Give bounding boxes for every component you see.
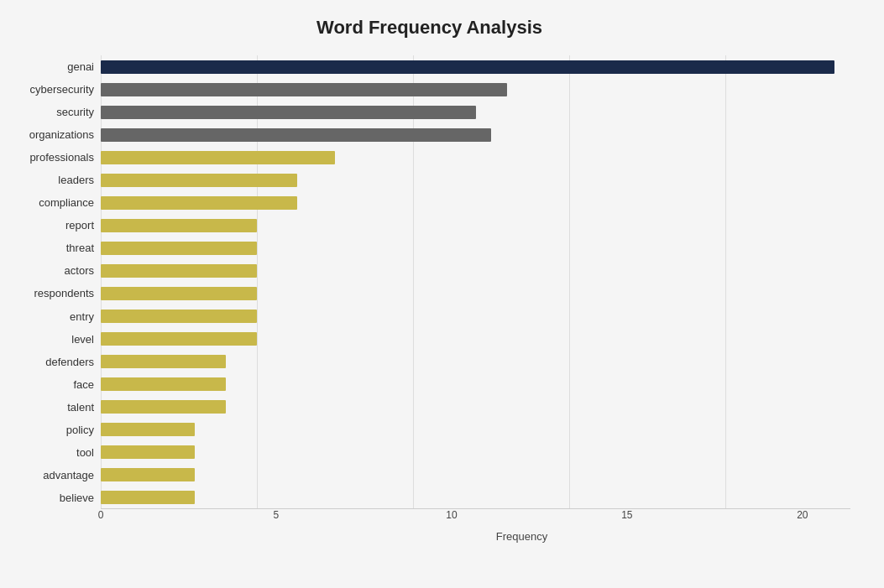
- x-tick-label: 10: [446, 509, 457, 521]
- bar-row: [101, 127, 850, 143]
- y-label: professionals: [29, 149, 94, 166]
- x-tick-label: 0: [98, 509, 104, 521]
- bar: [101, 60, 834, 74]
- grid-line: [101, 55, 102, 509]
- y-label: leaders: [58, 172, 94, 189]
- y-label: actors: [65, 263, 94, 279]
- y-label: policy: [66, 421, 94, 438]
- y-label: genai: [67, 59, 94, 75]
- y-label: entry: [70, 308, 94, 325]
- bar-row: [101, 104, 850, 121]
- bar: [101, 196, 297, 210]
- bar: [101, 151, 335, 164]
- y-label: believe: [60, 489, 94, 506]
- grid-line: [725, 55, 726, 509]
- y-label: defenders: [45, 353, 94, 370]
- bar: [101, 445, 195, 459]
- x-tick-label: 15: [621, 509, 632, 521]
- bar: [101, 332, 257, 346]
- bar: [101, 106, 476, 119]
- bar-row: [101, 172, 850, 189]
- grid-line: [413, 55, 414, 509]
- y-label: advantage: [43, 466, 94, 483]
- bar-row: [101, 263, 850, 279]
- bar-row: [101, 376, 850, 393]
- bar-row: [101, 240, 850, 257]
- x-axis-label: Frequency: [101, 530, 884, 543]
- y-label: tool: [76, 444, 94, 461]
- y-label: compliance: [39, 195, 94, 211]
- bar: [101, 287, 257, 300]
- y-label: talent: [67, 398, 94, 415]
- grid-lines: [101, 55, 850, 509]
- bar: [101, 468, 195, 481]
- y-label: organizations: [29, 127, 94, 143]
- chart-title: Word Frequency Analysis: [8, 17, 850, 39]
- bar: [101, 242, 257, 255]
- bar-row: [101, 149, 850, 166]
- x-tick-label: 20: [797, 509, 808, 521]
- grid-line: [257, 55, 258, 509]
- y-label: report: [65, 217, 94, 234]
- bar: [101, 423, 195, 436]
- bar-row: [101, 308, 850, 325]
- bars-and-grid: [101, 55, 850, 509]
- grid-line: [569, 55, 570, 509]
- bar: [101, 264, 257, 278]
- y-axis: genaicybersecuritysecurityorganizationsp…: [8, 55, 101, 509]
- bar: [101, 355, 226, 368]
- bar-row: [101, 466, 850, 483]
- bar-row: [101, 59, 850, 75]
- y-label: respondents: [34, 285, 94, 302]
- bar-row: [101, 353, 850, 370]
- bar-row: [101, 217, 850, 234]
- bar-row: [101, 398, 850, 415]
- chart-container: Word Frequency Analysis genaicybersecuri…: [0, 0, 884, 588]
- bar-row: [101, 81, 850, 98]
- bar-row: [101, 421, 850, 438]
- y-label: security: [56, 104, 94, 121]
- bar: [101, 491, 195, 504]
- chart-area: genaicybersecuritysecurityorganizationsp…: [8, 55, 850, 509]
- bar-row: [101, 444, 850, 461]
- bar: [101, 219, 257, 232]
- bar: [101, 400, 226, 414]
- bar-row: [101, 285, 850, 302]
- bar-row: [101, 195, 850, 211]
- y-label: face: [73, 376, 94, 393]
- bar-row: [101, 330, 850, 347]
- x-tick-label: 5: [274, 509, 280, 521]
- bar: [101, 310, 257, 323]
- x-axis-area: 05101520 Frequency: [101, 509, 884, 551]
- y-label: threat: [66, 240, 94, 257]
- bar: [101, 174, 297, 187]
- bar-row: [101, 489, 850, 506]
- bar: [101, 83, 507, 96]
- bar: [101, 377, 226, 391]
- bar: [101, 128, 491, 142]
- y-label: level: [71, 330, 94, 347]
- y-label: cybersecurity: [29, 81, 94, 98]
